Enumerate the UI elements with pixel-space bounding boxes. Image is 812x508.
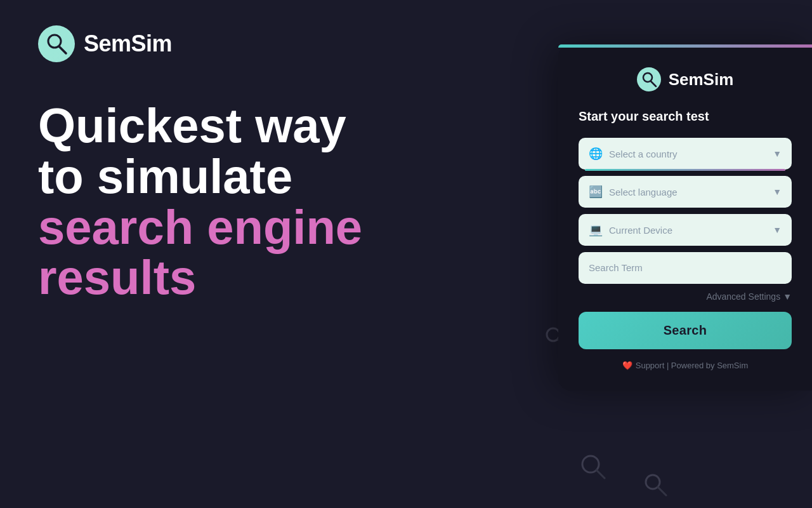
heart-icon: ❤️ [622,361,632,370]
headline-highlight-line2: results [38,250,196,304]
deco-search-icon-3 [641,470,670,502]
device-placeholder: Current Device [609,225,773,236]
deco-search-icon-2 [577,451,609,485]
advanced-settings-label: Advanced Settings [706,291,780,302]
country-select[interactable]: 🌐 Select a country ▼ [579,138,792,170]
device-chevron-icon: ▼ [773,225,782,235]
footer-label: Support | Powered by SemSim [636,361,749,370]
device-select[interactable]: 💻 Current Device ▼ [579,214,792,246]
right-panel: SemSim Start your search test 🌐 Select a… [558,44,812,391]
panel-logo-icon [637,67,661,91]
language-icon: 🔤 [589,185,603,199]
headline: Quickest way to simulate search engine r… [38,100,482,303]
advanced-settings-chevron-icon: ▼ [783,291,792,302]
headline-line2: to simulate [38,149,292,203]
language-select[interactable]: 🔤 Select language ▼ [579,176,792,208]
svg-line-6 [596,470,605,478]
svg-line-8 [658,487,666,495]
globe-icon: 🌐 [589,147,603,161]
svg-point-0 [38,25,75,62]
logo-area: SemSim [38,25,508,62]
search-term-field [579,252,792,284]
logo-text: SemSim [84,30,172,57]
svg-point-9 [637,67,661,91]
headline-line1: Quickest way [38,98,346,152]
search-term-input[interactable] [589,262,782,273]
language-chevron-icon: ▼ [773,187,782,197]
search-button[interactable]: Search [579,312,792,349]
logo-icon [38,25,75,62]
device-icon: 💻 [589,223,603,237]
panel-logo-text: SemSim [669,70,734,90]
panel-title: Start your search test [579,109,792,124]
panel-accent [558,44,812,48]
left-section: SemSim Quickest way to simulate search e… [0,0,546,508]
footer-text: ❤️ Support | Powered by SemSim [579,361,792,370]
advanced-settings-row[interactable]: Advanced Settings ▼ [579,291,792,302]
panel-logo-area: SemSim [579,67,792,91]
country-accent-bar [585,169,785,171]
headline-highlight-line1: search engine [38,200,362,254]
country-placeholder: Select a country [609,149,773,159]
language-placeholder: Select language [609,187,773,197]
country-chevron-icon: ▼ [773,149,782,159]
